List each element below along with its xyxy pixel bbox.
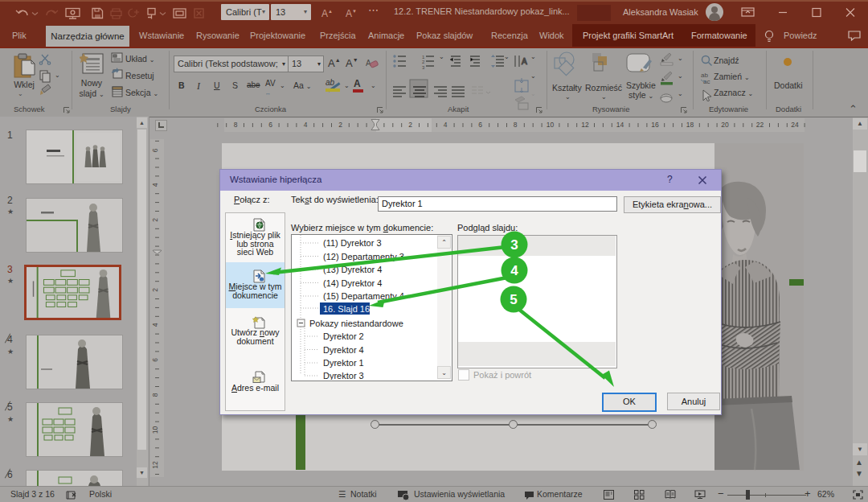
svg-text:5: 5: [510, 292, 517, 307]
svg-text:3: 3: [510, 237, 518, 253]
svg-text:4: 4: [510, 263, 518, 278]
